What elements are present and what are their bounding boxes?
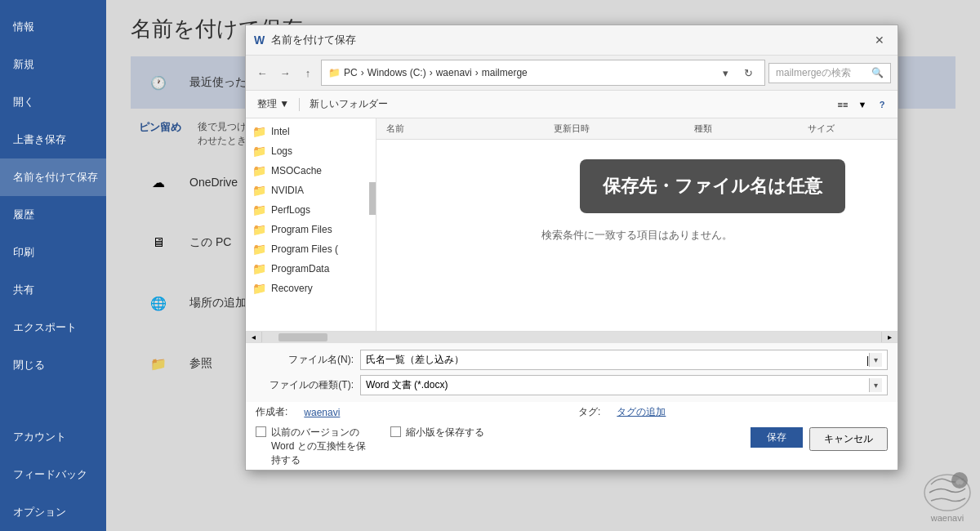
folder-name-programfiles2: Program Files ( [271, 243, 338, 255]
folder-programfiles2[interactable]: 📁 Program Files ( [246, 239, 376, 259]
sidebar-item-feedback[interactable]: フィードバック [0, 456, 106, 493]
thumbnail-checkbox-box[interactable] [390, 426, 401, 437]
folder-icon-nvidia: 📁 [252, 184, 266, 197]
sidebar-item-open[interactable]: 開く [0, 83, 106, 121]
folder-icon-programdata: 📁 [252, 262, 266, 275]
view-details-button[interactable]: ≡≡ [834, 96, 852, 114]
folder-programfiles[interactable]: 📁 Program Files [246, 220, 376, 239]
folder-logs[interactable]: 📁 Logs [246, 141, 376, 161]
tags-value[interactable]: タグの追加 [617, 405, 666, 419]
horizontal-scrollbar[interactable] [262, 332, 881, 343]
dialog-overlay: W 名前を付けて保存 ✕ ← → ↑ 📁 PC › Windows (C:) ›… [106, 0, 980, 531]
filetype-label: ファイルの種類(T): [256, 378, 354, 392]
bottom-form: ファイル名(N): 氏名一覧（差し込み） | ▾ ファイルの種類(T): Wor… [246, 342, 898, 402]
folder-name-programdata: ProgramData [271, 263, 329, 274]
folder-icon-msocache: 📁 [252, 164, 266, 177]
thumbnail-checkbox[interactable]: 縮小版を保存する [390, 426, 484, 466]
refresh-button[interactable]: ↻ [738, 63, 758, 83]
address-path[interactable]: 📁 PC › Windows (C:) › waenavi › mailmerg… [321, 60, 765, 86]
folder-panel: 📁 Intel 📁 Logs 📁 MSOCache 📁 NVIDIA [246, 118, 376, 331]
sidebar-item-share[interactable]: 共有 [0, 271, 106, 309]
tags-label: タグ: [578, 405, 600, 419]
col-name-header[interactable]: 名前 [383, 121, 550, 136]
folder-name-perflogs: PerfLogs [271, 204, 310, 216]
folder-msocache[interactable]: 📁 MSOCache [246, 161, 376, 181]
path-part-drive: Windows (C:) [368, 67, 426, 78]
dialog-titlebar: W 名前を付けて保存 ✕ [246, 25, 898, 56]
compat-checkbox-box[interactable] [256, 426, 266, 437]
folder-name-nvidia: NVIDIA [271, 185, 304, 196]
sidebar-item-account[interactable]: アカウント [0, 418, 106, 456]
cancel-button[interactable]: キャンセル [809, 427, 888, 451]
search-box[interactable]: mailmergeの検索 🔍 [768, 63, 891, 83]
sidebar-item-overwrite[interactable]: 上書き保存 [0, 121, 106, 158]
folder-intel[interactable]: 📁 Intel [246, 122, 376, 141]
file-list-empty: 検索条件に一致する項目はありません。 [376, 140, 898, 331]
sidebar-item-info[interactable]: 情報 [0, 8, 106, 46]
scroll-thumb-horiz[interactable] [278, 333, 327, 341]
filetype-value: Word 文書 (*.docx) [366, 378, 869, 392]
thumbnail-checkbox-label: 縮小版を保存する [406, 426, 484, 440]
sidebar-item-options[interactable]: オプション [0, 493, 106, 531]
address-bar: ← → ↑ 📁 PC › Windows (C:) › waenavi › ma… [246, 56, 898, 91]
sidebar-item-history[interactable]: 履歴 [0, 196, 106, 234]
checkbox-row: 以前のバージョンのWord との互換性を保持する 縮小版を保存する 保存 キャン… [246, 422, 898, 470]
filename-label: ファイル名(N): [256, 353, 354, 367]
file-toolbar: 整理 ▼ 新しいフォルダー ≡≡ ▼ ? [246, 91, 898, 118]
save-dialog: W 名前を付けて保存 ✕ ← → ↑ 📁 PC › Windows (C:) ›… [245, 25, 898, 471]
sidebar-item-print[interactable]: 印刷 [0, 234, 106, 271]
dialog-close-button[interactable]: ✕ [870, 30, 889, 50]
scroll-left-btn[interactable]: ◂ [246, 332, 262, 343]
col-date-header[interactable]: 更新日時 [550, 121, 691, 136]
filetype-row: ファイルの種類(T): Word 文書 (*.docx) ▾ [256, 375, 888, 395]
folder-recovery[interactable]: 📁 Recovery [246, 279, 376, 298]
path-separator-3: › [475, 67, 479, 78]
folder-icon-programfiles: 📁 [252, 223, 266, 236]
sidebar: 情報 新規 開く 上書き保存 名前を付けて保存 履歴 印刷 共有 エクスポート … [0, 0, 106, 531]
compat-checkbox-label: 以前のバージョンのWord との互換性を保持する [271, 426, 366, 466]
col-type-header[interactable]: 種類 [691, 121, 804, 136]
filetype-dropdown[interactable]: ▾ [869, 378, 882, 392]
filetype-select[interactable]: Word 文書 (*.docx) ▾ [360, 375, 888, 395]
path-dropdown[interactable]: ▾ [715, 63, 735, 83]
file-area: 📁 Intel 📁 Logs 📁 MSOCache 📁 NVIDIA [246, 118, 898, 331]
main-content: 名前を付けて保存 🕐 最近使ったアイテム ピン留め 後で見つけやすいようにフォル… [106, 0, 980, 531]
save-button[interactable]: 保存 [751, 427, 803, 448]
path-part-pc: PC [344, 67, 358, 78]
view-more-button[interactable]: ▼ [853, 96, 871, 114]
author-label: 作成者: [256, 405, 287, 419]
folder-icon-logs: 📁 [252, 145, 266, 158]
back-button[interactable]: ← [252, 63, 272, 83]
folder-icon-intel: 📁 [252, 125, 266, 138]
word-icon: W [254, 33, 265, 47]
sidebar-item-export[interactable]: エクスポート [0, 309, 106, 346]
filename-value: 氏名一覧（差し込み） [366, 353, 865, 367]
path-part-mailmerge: mailmerge [482, 67, 528, 78]
col-size-header[interactable]: サイズ [804, 121, 891, 136]
folder-perflogs[interactable]: 📁 PerfLogs [246, 200, 376, 220]
author-value[interactable]: waenavi [304, 407, 340, 418]
sidebar-item-close[interactable]: 閉じる [0, 346, 106, 384]
up-button[interactable]: ↑ [298, 63, 318, 83]
folder-nvidia[interactable]: 📁 NVIDIA [246, 181, 376, 200]
forward-button[interactable]: → [275, 63, 295, 83]
new-folder-button[interactable]: 新しいフォルダー [305, 95, 393, 114]
compat-checkbox[interactable]: 以前のバージョンのWord との互換性を保持する [256, 426, 366, 466]
search-placeholder: mailmergeの検索 [776, 66, 871, 80]
filename-input[interactable]: 氏名一覧（差し込み） | ▾ [360, 350, 888, 370]
file-panel: 名前 更新日時 種類 サイズ 検索条件に一致する項目はありません。 [376, 118, 898, 331]
filename-row: ファイル名(N): 氏名一覧（差し込み） | ▾ [256, 350, 888, 370]
toolbar-separator [299, 98, 300, 111]
filename-dropdown[interactable]: ▾ [869, 353, 882, 367]
scroll-right-btn[interactable]: ▸ [881, 332, 898, 343]
scrollbar-area[interactable]: ◂ ▸ [246, 331, 898, 342]
organize-button[interactable]: 整理 ▼ [252, 95, 294, 114]
view-toggle: ≡≡ ▼ ? [834, 96, 891, 114]
help-button[interactable]: ? [873, 96, 891, 114]
folder-name-logs: Logs [271, 145, 292, 157]
sidebar-item-saveas[interactable]: 名前を付けて保存 [0, 158, 106, 196]
folder-programdata[interactable]: 📁 ProgramData [246, 259, 376, 279]
sidebar-item-new[interactable]: 新規 [0, 46, 106, 83]
watermark-logo-image [923, 472, 972, 513]
path-separator-2: › [430, 67, 433, 78]
